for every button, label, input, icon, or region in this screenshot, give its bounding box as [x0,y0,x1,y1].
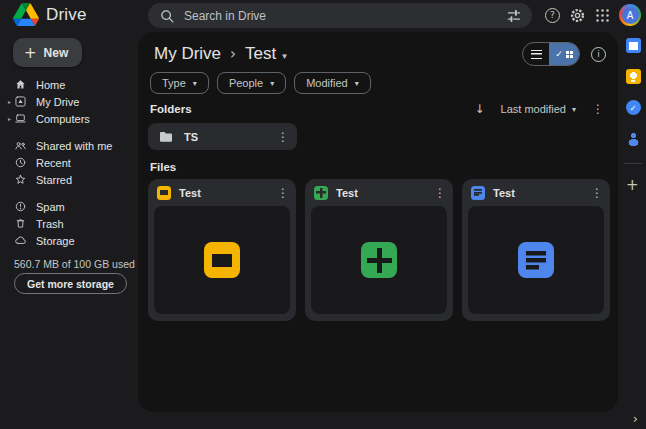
folder-icon [158,129,174,145]
grid-view-button[interactable]: ✓ [549,43,579,65]
topbar-actions: ? A [545,0,641,30]
slides-preview-icon [204,242,240,278]
breadcrumb-current[interactable]: Test▾ [245,44,287,64]
drive-logo: Drive [13,3,87,26]
file-preview [154,206,290,314]
app-title: Drive [46,5,87,25]
file-card-sheets[interactable]: Test ⋮ [305,179,453,321]
plus-icon: + [24,44,37,62]
list-view-button[interactable] [523,43,549,65]
chevron-down-icon: ▾ [355,79,359,88]
sidebar-item-my-drive[interactable]: ▸ My Drive [0,93,138,110]
new-button[interactable]: + New [13,38,82,67]
sidebar-item-starred[interactable]: Starred [0,171,138,188]
info-icon: i [597,49,600,59]
search-bar[interactable] [148,3,532,28]
file-name: Test [336,187,426,199]
folder-item[interactable]: TS ⋮ [148,123,297,150]
expand-arrow-icon[interactable]: ▸ [5,98,14,105]
sidebar-item-computers[interactable]: ▸ Computers [0,110,138,127]
sidebar-item-recent[interactable]: Recent [0,154,138,171]
more-vertical-icon: ⋮ [591,186,603,200]
file-menu-button[interactable]: ⋮ [277,187,289,199]
folder-menu-button[interactable]: ⋮ [277,131,289,143]
computers-icon [14,112,27,125]
sidebar-item-trash[interactable]: Trash [0,215,138,232]
file-card-docs[interactable]: Test ⋮ [462,179,610,321]
search-options-icon[interactable] [506,8,522,24]
spam-icon [14,200,27,213]
sheets-preview-icon [361,242,397,278]
sidebar-item-spam[interactable]: Spam [0,198,138,215]
contacts-icon [626,131,641,146]
main-panel: My Drive › Test▾ ✓ i [138,32,618,412]
chevron-down-icon: ▾ [193,79,197,88]
folders-more-button[interactable]: ⋮ [592,103,604,115]
star-icon [14,173,27,186]
calendar-button[interactable] [626,38,641,53]
sort-direction-button[interactable]: ↓ [474,102,484,116]
file-menu-button[interactable]: ⋮ [591,187,603,199]
get-more-storage-button[interactable]: Get more storage [14,273,127,294]
sidebar: + New Home ▸ My Drive ▸ [0,30,138,429]
sheets-file-icon [314,186,328,200]
drive-logo-icon [13,3,39,26]
rail-divider [624,163,642,164]
plus-icon: + [626,176,639,194]
keep-icon [626,69,641,84]
google-drive-app: Drive ? [0,0,646,429]
more-vertical-icon: ⋮ [277,186,289,200]
more-vertical-icon: ⋮ [592,102,604,116]
search-input[interactable] [184,9,506,23]
file-menu-button[interactable]: ⋮ [434,187,446,199]
get-add-ons-button[interactable]: + [626,178,639,193]
tasks-button[interactable]: ✓ [626,100,641,115]
check-icon: ✓ [555,49,563,59]
gear-icon [572,10,583,21]
show-side-panel-button[interactable]: › [633,412,638,425]
my-drive-icon [14,95,27,108]
arrow-down-icon: ↓ [474,102,484,116]
breadcrumb-my-drive[interactable]: My Drive [154,44,221,64]
sidebar-item-storage[interactable]: Storage [0,232,138,249]
filter-chip-people[interactable]: People ▾ [217,72,286,94]
filter-chip-type[interactable]: Type ▾ [150,72,209,94]
home-icon [14,78,27,91]
help-button[interactable]: ? [545,8,560,23]
new-button-label: New [44,46,69,60]
chevron-down-icon: ▾ [572,105,576,114]
docs-preview-icon [518,242,554,278]
expand-arrow-icon[interactable]: ▸ [5,115,14,122]
grid-view-icon [566,51,573,58]
account-avatar[interactable]: A [619,4,641,26]
files-section-label: Files [150,161,176,173]
sidebar-item-home[interactable]: Home [0,76,138,93]
filter-chips: Type ▾ People ▾ Modified ▾ [150,72,371,94]
shared-with-me-icon [14,139,27,152]
contacts-button[interactable] [626,131,641,146]
file-preview [468,206,604,314]
cloud-icon [14,234,27,247]
file-card-slides[interactable]: Test ⋮ [148,179,296,321]
help-icon: ? [550,10,555,20]
more-vertical-icon: ⋮ [277,130,289,144]
sort-controls: ↓ Last modified ▾ ⋮ [474,102,604,116]
sidebar-item-shared-with-me[interactable]: Shared with me [0,137,138,154]
topbar: Drive ? [0,0,646,30]
chevron-right-icon: › [633,411,638,426]
filter-chip-modified[interactable]: Modified ▾ [294,72,371,94]
side-panel-rail: ✓ + [620,30,646,429]
settings-button[interactable] [569,7,586,24]
breadcrumb-separator-icon: › [230,45,236,63]
more-vertical-icon: ⋮ [434,186,446,200]
file-name: Test [493,187,583,199]
apps-grid-button[interactable] [595,8,610,23]
trash-icon [14,217,27,230]
tasks-icon: ✓ [626,100,641,115]
view-details-button[interactable]: i [591,47,606,62]
sort-by-button[interactable]: Last modified ▾ [501,103,576,115]
keep-button[interactable] [626,69,641,84]
sidebar-nav: Home ▸ My Drive ▸ Computers [0,76,138,249]
chevron-down-icon: ▾ [270,79,274,88]
folders-section-label: Folders [150,103,192,115]
